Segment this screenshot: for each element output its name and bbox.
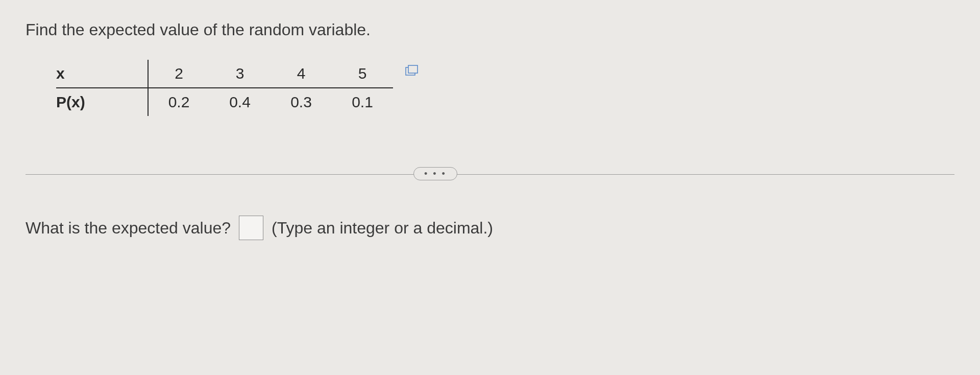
p-value: 0.4 bbox=[209, 88, 271, 116]
expand-ellipsis-button[interactable]: • • • bbox=[413, 167, 457, 180]
question-label: What is the expected value? bbox=[26, 219, 231, 238]
table-row: x 2 3 4 5 bbox=[56, 60, 393, 88]
expected-value-input[interactable] bbox=[239, 216, 263, 240]
question-prompt: Find the expected value of the random va… bbox=[26, 20, 954, 39]
input-hint: (Type an integer or a decimal.) bbox=[272, 219, 493, 238]
answer-row: What is the expected value? (Type an int… bbox=[26, 216, 954, 240]
p-value: 0.3 bbox=[271, 88, 332, 116]
x-value: 2 bbox=[148, 60, 209, 88]
x-value: 4 bbox=[271, 60, 332, 88]
table-row: P(x) 0.2 0.4 0.3 0.1 bbox=[56, 88, 393, 116]
x-value: 5 bbox=[332, 60, 393, 88]
copy-table-icon[interactable] bbox=[405, 65, 419, 76]
p-value: 0.1 bbox=[332, 88, 393, 116]
svg-rect-1 bbox=[408, 65, 418, 73]
row-label-x: x bbox=[56, 60, 148, 88]
section-divider: • • • bbox=[26, 174, 954, 175]
p-value: 0.2 bbox=[148, 88, 209, 116]
row-label-px: P(x) bbox=[56, 88, 148, 116]
probability-table: x 2 3 4 5 P(x) 0.2 0.4 0.3 0.1 bbox=[56, 60, 393, 116]
x-value: 3 bbox=[209, 60, 271, 88]
